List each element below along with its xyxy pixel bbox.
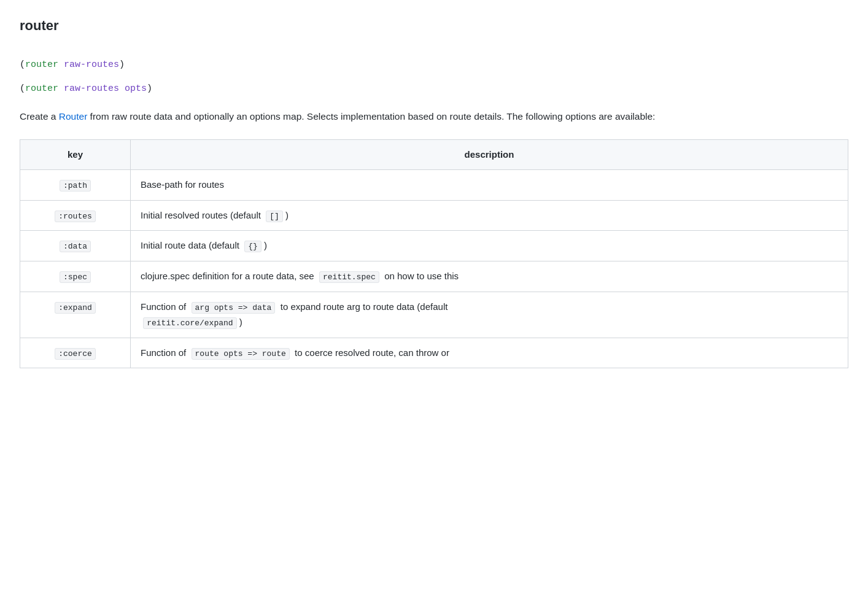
- key-code-routes: :routes: [55, 211, 96, 222]
- signature-text-1: (router raw-routes): [20, 60, 125, 70]
- description-paragraph: Create a Router from raw route data and …: [20, 109, 848, 125]
- desc-cell-spec: clojure.spec definition for a route data…: [131, 261, 848, 292]
- key-code-coerce: :coerce: [55, 348, 96, 360]
- key-cell-expand: :expand: [20, 292, 131, 338]
- key-cell-data: :data: [20, 231, 131, 261]
- key-cell-routes: :routes: [20, 200, 131, 231]
- key-code-path: :path: [60, 180, 91, 191]
- table-row: :data Initial route data (default {} ): [20, 231, 848, 261]
- col-header-key: key: [20, 139, 131, 169]
- router-link[interactable]: Router: [59, 111, 88, 122]
- inline-code-spec: reitit.spec: [319, 271, 379, 283]
- fn-name-2: router: [25, 83, 58, 94]
- inline-code-data: {}: [244, 241, 262, 252]
- inline-code-expand: arg opts => data: [192, 302, 276, 314]
- desc-cell-path: Base-path for routes: [131, 169, 848, 200]
- key-cell-path: :path: [20, 169, 131, 200]
- inline-code-routes: []: [266, 211, 283, 222]
- open-paren-2: (: [20, 83, 25, 94]
- key-cell-coerce: :coerce: [20, 338, 131, 368]
- sig-args-1: raw-routes: [64, 60, 119, 70]
- desc-cell-expand: Function of arg opts => data to expand r…: [131, 292, 848, 338]
- inline-code-coerce: route opts => route: [192, 348, 290, 360]
- desc-cell-coerce: Function of route opts => route to coerc…: [131, 338, 848, 368]
- table-header-row: key description: [20, 139, 848, 169]
- signature-1: (router raw-routes): [20, 56, 848, 72]
- col-header-description: description: [131, 139, 848, 169]
- table-row: :routes Initial resolved routes (default…: [20, 200, 848, 231]
- table-row: :spec clojure.spec definition for a rout…: [20, 261, 848, 292]
- signature-2: (router raw-routes opts): [20, 80, 848, 96]
- desc-cell-data: Initial route data (default {} ): [131, 231, 848, 261]
- sig-args-2: raw-routes opts: [64, 83, 147, 94]
- key-code-expand: :expand: [55, 302, 96, 314]
- key-code-spec: :spec: [60, 271, 91, 283]
- page-title: router: [20, 15, 848, 36]
- open-paren-1: (: [20, 60, 25, 70]
- signature-text-2: (router raw-routes opts): [20, 83, 152, 94]
- table-row: :coerce Function of route opts => route …: [20, 338, 848, 368]
- table-row: :expand Function of arg opts => data to …: [20, 292, 848, 338]
- close-paren-2: ): [147, 83, 152, 94]
- key-cell-spec: :spec: [20, 261, 131, 292]
- desc-cell-routes: Initial resolved routes (default [] ): [131, 200, 848, 231]
- fn-name-1: router: [25, 60, 58, 70]
- table-row: :path Base-path for routes: [20, 169, 848, 200]
- options-table: key description :path Base-path for rout…: [20, 139, 848, 369]
- key-code-data: :data: [60, 241, 91, 252]
- inline-code-expand2: reitit.core/expand: [143, 317, 236, 329]
- close-paren-1: ): [119, 60, 125, 70]
